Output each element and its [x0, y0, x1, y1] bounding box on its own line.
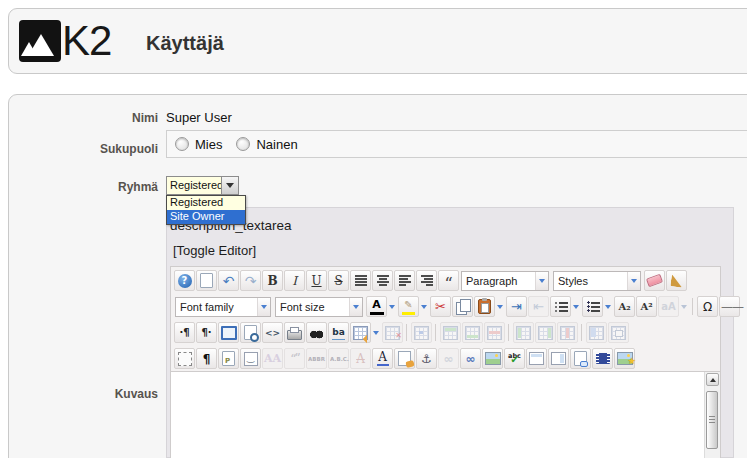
group-select-arrow-button[interactable]	[221, 177, 238, 194]
pagebreak-icon[interactable]	[548, 348, 569, 369]
visual-aid-icon[interactable]	[174, 348, 195, 369]
copy-icon[interactable]	[452, 296, 473, 317]
new-document-icon[interactable]	[196, 270, 217, 291]
dropdown-option[interactable]: Registered	[167, 196, 245, 210]
justify-left-icon[interactable]	[394, 270, 415, 291]
editor-content-area[interactable]	[171, 371, 720, 458]
col-after-icon	[535, 322, 556, 343]
source-code-icon[interactable]: <>	[262, 322, 283, 343]
abbreviation-icon: ABBR	[306, 348, 327, 369]
embed-icon[interactable]	[570, 348, 591, 369]
outdent-icon: ⇤	[528, 296, 549, 317]
cut-icon[interactable]: ✂	[430, 296, 451, 317]
blockquote-icon[interactable]: “	[438, 270, 459, 291]
paste-menu-arrow[interactable]	[495, 296, 505, 317]
numbered-list-icon[interactable]	[550, 296, 571, 317]
chevron-down-icon	[349, 298, 362, 316]
bullet-list-icon[interactable]	[582, 296, 603, 317]
dropdown-option[interactable]: Site Owner	[167, 210, 245, 224]
font-size-select[interactable]: Font size	[275, 297, 363, 317]
rich-text-editor: ?↶↷BIUS“ParagraphStylesFont familyFont s…	[170, 266, 721, 458]
row-before-icon	[440, 322, 461, 343]
nonbreaking-space-icon[interactable]: ‿	[240, 348, 261, 369]
link-icon[interactable]: ∞	[460, 348, 481, 369]
text-color-menu-arrow[interactable]	[387, 296, 397, 317]
scroll-up-button[interactable]	[706, 373, 719, 386]
insertion-icon[interactable]: A	[372, 348, 393, 369]
page-preview-icon[interactable]	[218, 348, 239, 369]
toolbar-row-3: ·¶¶·<>ba	[171, 319, 720, 345]
visual-chars-icon[interactable]: ¶	[196, 348, 217, 369]
rtl-icon[interactable]: ¶·	[196, 322, 217, 343]
table-icon[interactable]	[350, 322, 371, 343]
toolbar-separator	[692, 298, 693, 315]
split-cells-icon	[586, 322, 607, 343]
strikethrough-icon[interactable]: S	[328, 270, 349, 291]
image-icon[interactable]	[482, 348, 503, 369]
help-icon[interactable]: ?	[174, 270, 195, 291]
bullet-list-menu-arrow[interactable]	[603, 296, 613, 317]
underline-icon[interactable]: U	[306, 270, 327, 291]
unlink-icon: ∞	[438, 348, 459, 369]
justify-center-icon[interactable]	[372, 270, 393, 291]
justify-right-icon[interactable]	[416, 270, 437, 291]
italic-icon[interactable]: I	[284, 270, 305, 291]
toolbar-row-4: ¶‿AA“”ABBRA.B.C.AA⚓∞∞abc	[171, 345, 720, 371]
text-color-icon[interactable]: A	[366, 296, 387, 317]
radio-label: Mies	[195, 137, 222, 152]
special-character-icon[interactable]: Ω	[697, 296, 718, 317]
format-select-value: Paragraph	[462, 275, 535, 287]
description-label: Kuvaus	[8, 387, 158, 401]
remove-format-icon[interactable]	[644, 270, 665, 291]
horizontal-rule-icon[interactable]: ——	[719, 296, 740, 317]
justify-full-icon[interactable]	[350, 270, 371, 291]
undo-icon[interactable]: ↶	[218, 270, 239, 291]
radio-nainen[interactable]	[236, 137, 250, 151]
cell-properties-icon	[411, 322, 432, 343]
subscript-icon[interactable]: A₂	[614, 296, 635, 317]
paste-icon[interactable]	[474, 296, 495, 317]
bold-icon[interactable]: B	[262, 270, 283, 291]
preview-icon[interactable]	[240, 322, 261, 343]
group-dropdown-list: RegisteredSite Owner	[166, 195, 246, 225]
highlight-color-icon[interactable]: ✎	[398, 296, 419, 317]
ltr-icon[interactable]: ·¶	[174, 322, 195, 343]
toolbar-separator	[508, 324, 509, 341]
editor-scrollbar[interactable]	[704, 372, 720, 458]
toggle-editor-link[interactable]: [Toggle Editor]	[173, 243, 256, 258]
attributes-icon[interactable]	[394, 348, 415, 369]
table-menu-arrow[interactable]	[371, 322, 381, 343]
font-family-select[interactable]: Font family	[175, 297, 271, 317]
toolbar-separator	[406, 324, 407, 341]
find-replace-icon[interactable]: ba	[328, 322, 349, 343]
anchor-icon[interactable]: ⚓	[416, 348, 437, 369]
radio-label: Nainen	[256, 137, 297, 152]
readmore-icon[interactable]	[526, 348, 547, 369]
find-icon[interactable]	[306, 322, 327, 343]
media-icon[interactable]	[592, 348, 613, 369]
superscript-icon[interactable]: A²	[636, 296, 657, 317]
redo-icon[interactable]: ↷	[240, 270, 261, 291]
k2-logo: K2	[19, 20, 111, 62]
cleanup-icon[interactable]	[666, 270, 687, 291]
delete-row-icon	[484, 322, 505, 343]
highlight-color-menu-arrow[interactable]	[419, 296, 429, 317]
col-before-icon	[513, 322, 534, 343]
gender-label: Sukupuoli	[8, 142, 158, 156]
image-manager-icon[interactable]	[614, 348, 635, 369]
group-label: Ryhmä	[8, 180, 158, 194]
font-size-select-value: Font size	[276, 301, 349, 313]
header-panel: K2 Käyttäjä	[8, 8, 747, 74]
gender-options: MiesNainen	[166, 130, 747, 158]
numbered-list-menu-arrow[interactable]	[571, 296, 581, 317]
fullscreen-icon[interactable]	[218, 322, 239, 343]
spellcheck-icon[interactable]: abc	[504, 348, 525, 369]
indent-icon[interactable]: ⇥	[506, 296, 527, 317]
format-select[interactable]: Paragraph	[461, 271, 549, 291]
print-icon[interactable]	[284, 322, 305, 343]
group-select[interactable]: Registered	[166, 176, 239, 195]
name-label: Nimi	[8, 111, 158, 125]
scroll-thumb[interactable]	[706, 391, 718, 449]
radio-mies[interactable]	[175, 137, 189, 151]
styles-select[interactable]: Styles	[553, 271, 641, 291]
